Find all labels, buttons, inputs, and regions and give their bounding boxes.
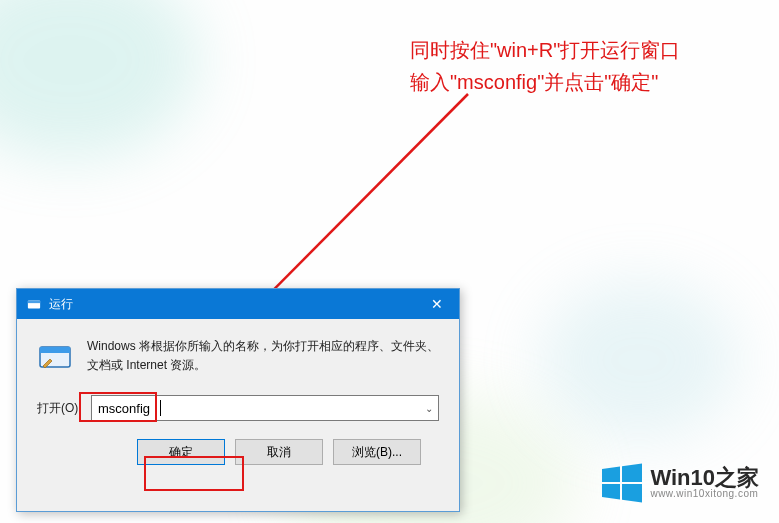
svg-rect-2 (28, 301, 40, 304)
open-label: 打开(O): (37, 400, 85, 417)
ok-button[interactable]: 确定 (137, 439, 225, 465)
open-input[interactable] (92, 396, 420, 420)
dialog-title: 运行 (49, 296, 73, 313)
windows-logo-icon (602, 463, 642, 503)
annotation-line-1: 同时按住"win+R"打开运行窗口 (410, 34, 680, 66)
instruction-annotation: 同时按住"win+R"打开运行窗口 输入"msconfig"并点击"确定" (410, 34, 680, 98)
dialog-description: Windows 将根据你所输入的名称，为你打开相应的程序、文件夹、文档或 Int… (87, 337, 439, 375)
watermark: Win10之家 www.win10xitong.com (602, 463, 759, 503)
svg-rect-4 (40, 347, 70, 353)
run-dialog-icon (37, 339, 73, 375)
close-icon: ✕ (431, 296, 443, 312)
text-caret (160, 400, 161, 416)
cancel-button[interactable]: 取消 (235, 439, 323, 465)
watermark-url: www.win10xitong.com (650, 489, 759, 500)
run-title-icon (27, 297, 41, 311)
close-button[interactable]: ✕ (414, 289, 459, 319)
annotation-line-2: 输入"msconfig"并点击"确定" (410, 66, 680, 98)
chevron-down-icon[interactable]: ⌄ (420, 403, 438, 414)
run-dialog: 运行 ✕ Windows 将根据你所输入的名称，为你打开相应的程序、文件夹、文档… (16, 288, 460, 512)
watermark-brand: Win10之家 (650, 466, 759, 489)
browse-button[interactable]: 浏览(B)... (333, 439, 421, 465)
open-combobox[interactable]: ⌄ (91, 395, 439, 421)
titlebar[interactable]: 运行 ✕ (17, 289, 459, 319)
